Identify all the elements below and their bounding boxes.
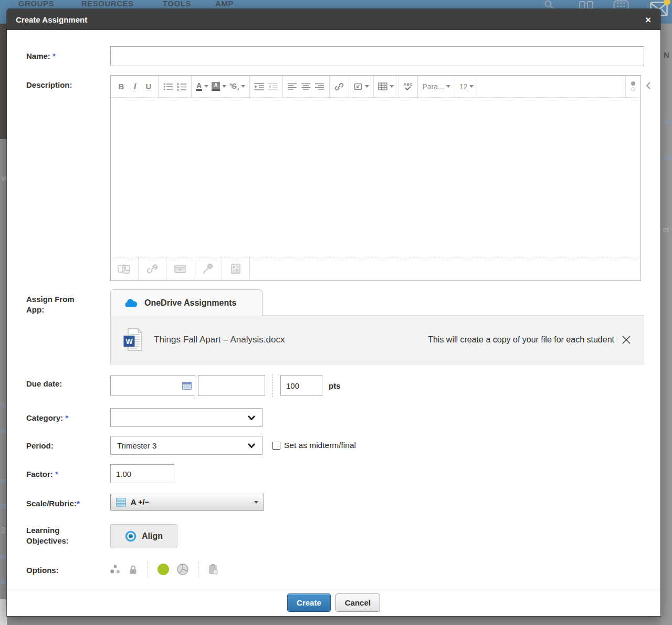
category-select[interactable]	[110, 408, 262, 427]
onedrive-assignments-tab[interactable]: OneDrive Assignments	[110, 289, 262, 316]
record-audio-button[interactable]	[194, 257, 222, 280]
align-objectives-button[interactable]: Align	[110, 524, 177, 548]
bg-fragment: his	[662, 152, 672, 161]
assign-label-line2: App:	[26, 305, 44, 314]
assign-from-app-label: Assign From App:	[26, 289, 110, 364]
period-select[interactable]: Trimester 3	[110, 436, 262, 455]
create-button[interactable]: Create	[287, 593, 331, 612]
category-label: Category: *	[26, 408, 110, 427]
font-size-dropdown[interactable]: 12	[458, 78, 476, 95]
underline-button[interactable]: U	[142, 78, 155, 95]
modal-title: Create Assignment	[16, 15, 87, 24]
spell-abc-text: ABC	[404, 82, 413, 87]
bulleted-list-button[interactable]	[161, 78, 175, 95]
spell-check-button[interactable]: ABC	[401, 78, 415, 95]
nav-item-amp[interactable]: AMP	[215, 0, 234, 8]
attach-link-button[interactable]	[139, 257, 166, 280]
bg-color-bar	[212, 89, 220, 91]
attach-embed-button[interactable]	[222, 257, 250, 280]
align-right-icon	[315, 83, 324, 90]
outdent-button[interactable]	[266, 78, 280, 95]
subscript-superscript-button[interactable]: aS3	[228, 78, 247, 95]
copy-settings-button[interactable]	[208, 564, 218, 575]
required-asterisk: *	[52, 51, 56, 60]
align-center-button[interactable]	[299, 78, 313, 95]
points-input[interactable]	[280, 375, 322, 396]
midterm-checkbox-label: Set as midterm/final	[284, 441, 356, 450]
individually-assign-icon	[110, 565, 120, 574]
remove-file-button[interactable]	[622, 335, 631, 345]
subscript-superscript-icon: aS3	[229, 81, 239, 91]
attach-file-icon	[118, 263, 131, 275]
chevron-down-icon	[365, 85, 369, 88]
insert-link-button[interactable]	[332, 78, 346, 95]
modal-header: Create Assignment ×	[7, 9, 660, 30]
close-icon	[622, 335, 631, 345]
lock-button[interactable]	[128, 565, 138, 575]
indent-icon	[254, 82, 265, 91]
lo-label-line1: Learning	[26, 526, 59, 535]
due-date-label: Due date:	[26, 374, 110, 397]
bg-fragment: ssi	[662, 117, 671, 126]
chevron-down-icon	[446, 85, 450, 88]
midterm-checkbox[interactable]	[272, 442, 280, 450]
grading-enabled-toggle[interactable]	[158, 564, 169, 575]
align-button-label: Align	[142, 532, 163, 541]
options-row: Options:	[26, 560, 651, 577]
bg-fragment: er	[663, 225, 669, 234]
attach-file-button[interactable]	[111, 257, 139, 280]
category-label-text: Category:	[26, 413, 63, 422]
letter-glyph: S	[232, 82, 237, 90]
link-icon	[334, 82, 344, 91]
chevron-left-icon	[646, 81, 651, 90]
options-label: Options:	[26, 560, 110, 577]
font-size-value: 12	[459, 82, 468, 91]
notification-badge	[664, 0, 670, 5]
italic-button[interactable]: I	[128, 78, 142, 95]
indent-button[interactable]	[253, 78, 266, 95]
due-time-input[interactable]	[198, 375, 265, 396]
toolbar-pager[interactable]	[631, 81, 635, 91]
insert-content-button[interactable]	[352, 78, 371, 95]
calendar-button[interactable]	[182, 381, 192, 392]
background-color-button[interactable]: A	[210, 78, 228, 95]
learning-objectives-label: Learning Objectives:	[26, 524, 110, 548]
required-asterisk: *	[77, 499, 80, 508]
background-card-corner	[0, 599, 7, 625]
nav-item-groups[interactable]: GROUPS	[18, 0, 54, 8]
sub-glyph: 3	[237, 87, 239, 91]
text-color-button[interactable]: A	[194, 78, 210, 95]
individually-assign-button[interactable]	[110, 565, 120, 574]
name-input[interactable]	[110, 46, 644, 66]
factor-input[interactable]	[110, 464, 174, 483]
lock-icon	[128, 565, 138, 575]
scale-rubric-value: A +/−	[131, 498, 149, 506]
bold-button[interactable]: B	[114, 78, 128, 95]
modal-close-button[interactable]: ×	[645, 15, 651, 25]
nav-item-tools[interactable]: TOOLS	[163, 0, 191, 8]
scale-rubric-dropdown[interactable]: A +/−	[110, 494, 264, 511]
align-right-button[interactable]	[313, 78, 327, 95]
paragraph-format-value: Para...	[422, 82, 444, 91]
background-right-strip	[660, 24, 672, 625]
numbered-list-button[interactable]	[175, 78, 188, 95]
paragraph-format-dropdown[interactable]: Para...	[421, 78, 452, 95]
align-left-button[interactable]	[286, 78, 299, 95]
description-textarea[interactable]	[111, 98, 640, 257]
bg-fragment: N	[664, 50, 669, 59]
assigned-file-panel: W Things Fall Apart – Analysis.docx This…	[110, 315, 644, 364]
chevron-down-icon	[222, 85, 226, 88]
grade-statistics-button[interactable]	[177, 564, 188, 575]
insert-table-button[interactable]	[376, 78, 395, 95]
midterm-checkbox-group: Set as midterm/final	[272, 441, 356, 450]
insert-content-icon	[353, 82, 363, 91]
editor-collapse-button[interactable]	[646, 81, 651, 92]
nav-item-resources[interactable]: RESOURCES	[81, 0, 134, 8]
chevron-down-icon	[469, 85, 474, 88]
cancel-button[interactable]: Cancel	[335, 593, 380, 612]
attach-resource-button[interactable]	[166, 257, 194, 280]
align-left-icon	[288, 83, 297, 90]
name-row: Name: *	[26, 46, 651, 66]
numbered-list-icon	[177, 82, 187, 91]
modal-body: Name: * Description: B I U	[7, 30, 660, 589]
